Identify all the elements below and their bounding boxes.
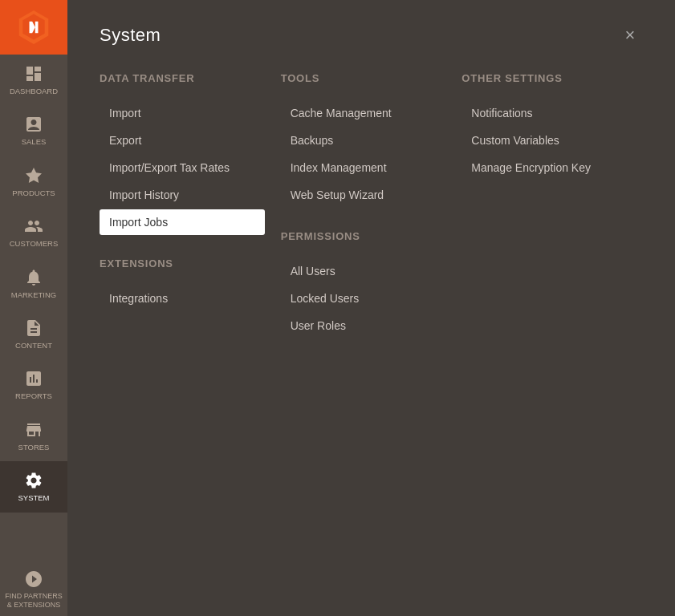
menu-section-other-settings: Other Settings Notifications Custom Vari… <box>462 72 627 180</box>
menu-columns: Data Transfer Import Export Import/Expor… <box>100 72 643 361</box>
menu-item-manage-encryption-key[interactable]: Manage Encryption Key <box>462 155 627 180</box>
menu-item-integrations[interactable]: Integrations <box>100 286 265 311</box>
panel-title: System <box>100 25 161 46</box>
menu-item-cache-management[interactable]: Cache Management <box>281 100 446 126</box>
menu-item-export[interactable]: Export <box>100 128 265 153</box>
sidebar-item-customers[interactable]: CUSTOMERS <box>0 207 67 257</box>
sidebar-label-reports: REPORTS <box>15 391 52 400</box>
sidebar-item-dashboard[interactable]: DASHBOARD <box>0 55 67 105</box>
menu-item-index-management[interactable]: Index Management <box>281 155 446 180</box>
sidebar: DASHBOARD SALES PRODUCTS CUSTOMERS MARKE… <box>0 0 67 616</box>
menu-item-import-history[interactable]: Import History <box>100 182 265 208</box>
other-settings-section-title: Other Settings <box>462 72 627 89</box>
menu-section-tools: Tools Cache Management Backups Index Man… <box>281 72 446 208</box>
menu-column-data-transfer: Data Transfer Import Export Import/Expor… <box>100 72 281 361</box>
system-menu-overlay: System × Data Transfer Import Export Imp… <box>67 0 675 616</box>
menu-item-import-jobs[interactable]: Import Jobs <box>100 209 265 235</box>
menu-item-web-setup-wizard[interactable]: Web Setup Wizard <box>281 182 446 208</box>
menu-item-backups[interactable]: Backups <box>281 128 446 153</box>
tools-section-title: Tools <box>281 72 446 89</box>
menu-item-user-roles[interactable]: User Roles <box>281 313 446 338</box>
sidebar-label-system: SYSTEM <box>18 493 49 502</box>
panel-header: System × <box>100 22 643 48</box>
sidebar-label-sales: SALES <box>22 137 47 146</box>
magento-logo[interactable] <box>0 0 67 55</box>
sidebar-label-dashboard: DASHBOARD <box>10 87 58 95</box>
sidebar-label-customers: CUSTOMERS <box>10 239 59 248</box>
permissions-section-title: Permissions <box>281 230 446 247</box>
sidebar-label-content: CONTENT <box>15 341 52 350</box>
sidebar-label-products: PRODUCTS <box>12 188 55 197</box>
sidebar-label-find-partners: FIND PARTNERS & EXTENSIONS <box>3 592 64 610</box>
menu-column-other-settings: Other Settings Notifications Custom Vari… <box>462 72 643 361</box>
extensions-section-title: Extensions <box>100 257 265 274</box>
menu-section-data-transfer: Data Transfer Import Export Import/Expor… <box>100 72 265 235</box>
sidebar-label-stores: STORES <box>18 443 50 452</box>
sidebar-item-system[interactable]: SYSTEM <box>0 461 67 512</box>
menu-item-locked-users[interactable]: Locked Users <box>281 286 446 311</box>
sidebar-item-reports[interactable]: REPORTS <box>0 359 67 410</box>
menu-item-import-export-tax-rates[interactable]: Import/Export Tax Rates <box>100 155 265 180</box>
sidebar-item-sales[interactable]: SALES <box>0 105 67 156</box>
data-transfer-section-title: Data Transfer <box>100 72 265 89</box>
menu-item-all-users[interactable]: All Users <box>281 258 446 284</box>
menu-section-extensions: Extensions Integrations <box>100 257 265 311</box>
sidebar-item-products[interactable]: PRODUCTS <box>0 156 67 207</box>
sidebar-item-find-partners[interactable]: FIND PARTNERS & EXTENSIONS <box>0 561 67 616</box>
close-button[interactable]: × <box>617 22 643 48</box>
sidebar-item-content[interactable]: CONTENT <box>0 309 67 359</box>
sidebar-item-marketing[interactable]: MARKETING <box>0 258 67 309</box>
menu-item-custom-variables[interactable]: Custom Variables <box>462 128 627 153</box>
menu-item-import[interactable]: Import <box>100 100 265 126</box>
sidebar-label-marketing: MARKETING <box>11 290 56 299</box>
menu-item-notifications[interactable]: Notifications <box>462 100 627 126</box>
menu-column-tools: Tools Cache Management Backups Index Man… <box>281 72 462 361</box>
menu-section-permissions: Permissions All Users Locked Users User … <box>281 230 446 338</box>
sidebar-item-stores[interactable]: STORES <box>0 411 67 461</box>
